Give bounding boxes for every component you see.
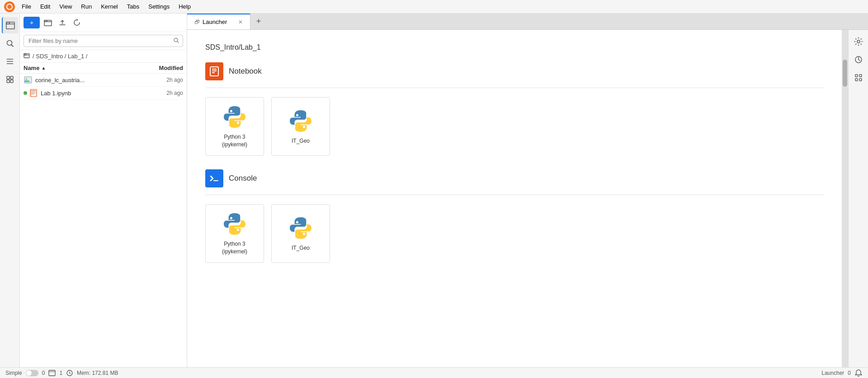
file-list: corine_lc_austria... 2h ago Lab 1.ipynb … (20, 74, 187, 367)
toggle-knob (26, 370, 32, 376)
kernel-card-label: IT_Geo (292, 137, 310, 145)
scrollbar-track (842, 30, 848, 367)
svg-point-20 (26, 78, 27, 79)
console-section-header: Console (205, 169, 824, 187)
console-divider (205, 195, 824, 195)
menu-settings[interactable]: Settings (145, 2, 173, 11)
kernel-card-label: IT_Geo (292, 244, 310, 252)
svg-rect-9 (7, 76, 9, 79)
notebook-section-title: Notebook (229, 67, 262, 76)
new-launcher-button[interactable]: + (24, 17, 40, 28)
svg-rect-2 (6, 22, 14, 29)
sidebar-extensions-btn[interactable] (2, 71, 18, 88)
kernel-card-itgeo-console[interactable]: IT_Geo (271, 204, 330, 263)
menu-run[interactable]: Run (77, 2, 95, 11)
search-container (20, 32, 187, 50)
counter-2: 1 (59, 370, 62, 376)
file-icon-image (24, 75, 33, 84)
list-item[interactable]: Lab 1.ipynb 2h ago (20, 87, 187, 100)
notebook-section-header: Notebook (205, 62, 824, 80)
svg-rect-11 (7, 80, 9, 83)
menubar: File Edit View Run Kernel Tabs Settings … (0, 0, 868, 14)
dashboard-btn[interactable] (850, 51, 867, 68)
launcher-content: SDS_Intro/Lab_1 Notebook (187, 30, 842, 367)
svg-rect-34 (859, 75, 862, 77)
clock-icon (66, 369, 73, 377)
notebook-divider (205, 88, 824, 88)
right-sidebar (848, 30, 868, 367)
menu-edit[interactable]: Edit (37, 2, 54, 11)
new-folder-button[interactable] (42, 16, 54, 29)
menu-view[interactable]: View (56, 2, 75, 11)
file-panel: + (20, 14, 187, 367)
kernel-card-itgeo-notebook[interactable]: IT_Geo (271, 97, 330, 156)
svg-rect-3 (6, 22, 9, 24)
tab-label: Launcher (203, 19, 227, 25)
tab-close-icon[interactable]: ✕ (238, 19, 243, 25)
left-icon-sidebar (0, 14, 20, 367)
file-icon-notebook (29, 89, 38, 98)
svg-rect-13 (44, 20, 52, 26)
tab-bar: 🗗 Launcher ✕ + (187, 14, 868, 30)
kernel-card-python3[interactable]: Python 3 (ipykernel) (205, 97, 264, 156)
breadcrumb-text: / SDS_Intro / Lab_1 / (33, 53, 87, 60)
kernel-card-label: Python 3 (ipykernel) (211, 133, 258, 149)
modified-column-header[interactable]: Modified (147, 65, 183, 71)
memory-label: Mem: 172.81 MB (77, 370, 118, 376)
running-indicator (24, 91, 27, 95)
name-column-header[interactable]: Name ▲ (24, 65, 147, 71)
launcher-status-count: 0 (848, 370, 851, 376)
svg-rect-12 (10, 80, 13, 83)
svg-rect-14 (44, 20, 47, 22)
extensions-right-btn[interactable] (850, 70, 867, 86)
upload-button[interactable] (56, 16, 69, 29)
notebook-section-icon (205, 62, 223, 80)
svg-rect-36 (859, 79, 862, 81)
svg-rect-37 (49, 370, 55, 376)
sidebar-files-btn[interactable] (2, 17, 18, 33)
file-toolbar: + (20, 14, 187, 32)
status-bar: Simple 0 1 Mem: 172.81 MB Launcher 0 (0, 367, 868, 378)
breadcrumb: / SDS_Intro / Lab_1 / (20, 50, 187, 63)
svg-rect-24 (31, 93, 34, 94)
scrollbar-thumb[interactable] (843, 60, 847, 87)
dollar-icon (48, 369, 56, 377)
console-section-title: Console (229, 174, 257, 183)
menu-kernel[interactable]: Kernel (97, 2, 122, 11)
add-tab-button[interactable]: + (250, 14, 267, 29)
svg-rect-23 (31, 92, 36, 93)
settings-btn[interactable] (850, 33, 867, 50)
counter-1: 0 (42, 370, 45, 376)
kernel-card-python3-console[interactable]: Python 3 (ipykernel) (205, 204, 264, 263)
simple-mode-toggle[interactable] (26, 370, 38, 376)
console-kernel-grid: Python 3 (ipykernel) IT_Geo (205, 204, 824, 263)
file-modified: 2h ago (147, 90, 183, 96)
status-bar-right: Launcher 0 (821, 369, 863, 377)
menu-help[interactable]: Help (175, 2, 194, 11)
launcher-status-label: Launcher (821, 370, 844, 376)
refresh-button[interactable] (71, 16, 83, 29)
content-area: 🗗 Launcher ✕ + SDS_Intro/Lab_1 (187, 14, 868, 367)
plus-icon: + (30, 19, 33, 26)
file-name: corine_lc_austria... (35, 77, 147, 84)
menu-file[interactable]: File (18, 2, 35, 11)
toggle-track[interactable] (26, 370, 38, 376)
list-item[interactable]: corine_lc_austria... 2h ago (20, 74, 187, 87)
svg-rect-33 (855, 75, 858, 77)
search-input[interactable] (24, 35, 183, 47)
tab-launcher[interactable]: 🗗 Launcher ✕ (187, 14, 250, 29)
sort-arrow-icon: ▲ (41, 65, 46, 70)
sidebar-search-btn[interactable] (2, 35, 18, 51)
notebook-kernel-grid: Python 3 (ipykernel) IT_Geo (205, 97, 824, 156)
tab-icon: 🗗 (194, 19, 200, 25)
console-section-icon (205, 169, 223, 187)
mode-label: Simple (5, 370, 22, 376)
file-list-header: Name ▲ Modified (20, 63, 187, 74)
menu-tabs[interactable]: Tabs (123, 2, 143, 11)
svg-point-1 (7, 4, 12, 9)
kernel-card-label: Python 3 (ipykernel) (211, 240, 258, 256)
svg-point-4 (7, 41, 12, 46)
app-logo (4, 1, 15, 13)
sidebar-list-btn[interactable] (2, 53, 18, 70)
file-modified: 2h ago (147, 77, 183, 83)
